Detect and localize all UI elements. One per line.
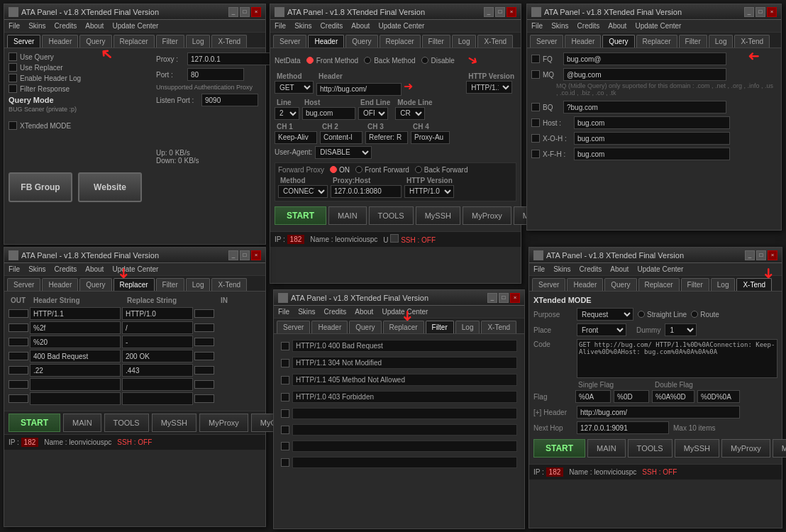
replacer-replace-4[interactable] xyxy=(122,364,193,377)
radio-route[interactable] xyxy=(691,311,698,318)
header-input[interactable] xyxy=(316,83,402,96)
chk-r-out-1[interactable] xyxy=(9,323,28,332)
tab-replacer-2[interactable]: Replacer xyxy=(380,35,421,48)
code-textarea[interactable]: GET http://bug.com/ HTTP/1.1%0D%0AConnec… xyxy=(577,339,777,378)
listen-input[interactable] xyxy=(201,94,258,106)
place-select[interactable]: Front xyxy=(577,323,626,336)
tab-server-4[interactable]: Server xyxy=(7,278,40,291)
radio-straight[interactable] xyxy=(638,311,645,318)
chk-xfh[interactable] xyxy=(531,150,540,158)
chk-bq[interactable] xyxy=(531,103,540,111)
menu-file-2[interactable]: File xyxy=(273,22,287,30)
replacer-header-1[interactable] xyxy=(30,321,121,334)
chk-filter-3[interactable] xyxy=(281,393,289,401)
tab-xtend-4[interactable]: X-Tend xyxy=(211,278,247,291)
menu-update-2[interactable]: Update Center xyxy=(377,22,426,30)
close-btn-2[interactable]: × xyxy=(507,7,516,17)
tab-xtend-5[interactable]: X-Tend xyxy=(481,321,516,333)
chk-filter-1[interactable] xyxy=(281,359,289,367)
chk-filter-0[interactable] xyxy=(281,342,289,350)
chk-use-replacer[interactable] xyxy=(9,63,17,72)
radio-fp-back[interactable] xyxy=(415,166,422,173)
chk-use-query[interactable] xyxy=(9,52,17,61)
xoh-input[interactable] xyxy=(574,132,730,145)
minimize-btn-6[interactable]: _ xyxy=(745,250,755,260)
myssh-btn-6[interactable]: MySSH xyxy=(675,439,719,458)
chk-r-out-5[interactable] xyxy=(9,380,28,389)
menu-file-3[interactable]: File xyxy=(530,22,544,30)
replacer-replace-5[interactable] xyxy=(122,378,193,391)
menu-update-3[interactable]: Update Center xyxy=(633,22,682,30)
tab-xtend-2[interactable]: X-Tend xyxy=(477,35,513,48)
myssh-btn-4[interactable]: MySSH xyxy=(152,414,196,432)
chk-r-in-5[interactable] xyxy=(194,380,214,389)
menu-about-5[interactable]: About xyxy=(353,308,375,316)
menu-credits-2[interactable]: Credits xyxy=(319,22,345,30)
tab-xtend-1[interactable]: X-Tend xyxy=(211,35,247,48)
tab-query-2[interactable]: Query xyxy=(345,35,377,48)
menu-credits-6[interactable]: Credits xyxy=(578,265,604,273)
menu-skins-4[interactable]: Skins xyxy=(27,265,47,273)
chk-r-out-6[interactable] xyxy=(9,394,28,403)
chk-filter-e1[interactable] xyxy=(281,409,289,418)
replacer-header-5[interactable] xyxy=(30,378,121,391)
tab-header-1[interactable]: Header xyxy=(42,35,78,48)
start-btn-4[interactable]: START xyxy=(9,414,60,432)
tab-query-6[interactable]: Query xyxy=(604,278,636,291)
ch3-input[interactable] xyxy=(365,131,408,144)
replacer-header-6[interactable] xyxy=(30,392,121,405)
radio-disable[interactable] xyxy=(421,57,428,64)
replacer-header-0[interactable] xyxy=(30,307,121,320)
ch4-input[interactable] xyxy=(411,131,450,144)
endline-select[interactable]: OFF xyxy=(358,107,388,120)
minimize-btn-1[interactable]: _ xyxy=(228,7,238,17)
menu-skins-6[interactable]: Skins xyxy=(552,265,572,273)
menu-file-6[interactable]: File xyxy=(532,265,546,273)
tab-replacer-3[interactable]: Replacer xyxy=(636,35,677,48)
chk-r-out-3[interactable] xyxy=(9,352,28,360)
myproxy-btn-2[interactable]: MyProxy xyxy=(463,206,511,225)
purpose-select[interactable]: Request xyxy=(577,308,633,321)
menu-file-1[interactable]: File xyxy=(7,22,21,30)
myc-btn-6[interactable]: MyC xyxy=(773,439,786,458)
radio-front[interactable] xyxy=(306,57,314,64)
main-btn-6[interactable]: MAIN xyxy=(587,439,626,458)
flag-0a0d-input[interactable] xyxy=(652,390,694,403)
port-input[interactable] xyxy=(187,68,244,81)
tab-xtend-6[interactable]: X-Tend xyxy=(736,278,772,291)
tab-server-3[interactable]: Server xyxy=(530,35,563,48)
menu-update-1[interactable]: Update Center xyxy=(111,22,160,30)
chk-r-out-4[interactable] xyxy=(9,366,28,375)
flag-0a-input[interactable] xyxy=(575,390,611,403)
filter-input-e2[interactable] xyxy=(292,424,517,436)
tools-btn-2[interactable]: TOOLS xyxy=(369,206,414,225)
start-btn-6[interactable]: START xyxy=(533,439,585,458)
tab-filter-5[interactable]: Filter xyxy=(426,321,454,333)
chk-fq[interactable] xyxy=(531,55,540,63)
menu-credits-3[interactable]: Credits xyxy=(576,22,602,30)
chk-host[interactable] xyxy=(531,118,540,127)
menu-about-3[interactable]: About xyxy=(607,22,628,30)
replacer-replace-6[interactable] xyxy=(122,392,193,405)
close-btn-1[interactable]: × xyxy=(251,7,261,17)
replacer-replace-0[interactable] xyxy=(122,307,193,320)
radio-fp-on[interactable] xyxy=(330,166,337,173)
maximize-btn-5[interactable]: □ xyxy=(499,293,509,303)
dummy-select[interactable]: 1 xyxy=(665,323,697,336)
myssh-btn-2[interactable]: MySSH xyxy=(416,206,460,225)
ch2-input[interactable] xyxy=(320,131,362,144)
tab-server-1[interactable]: Server xyxy=(7,35,40,48)
fp-method-select[interactable]: CONNECT xyxy=(278,185,328,198)
chk-filter-e4[interactable] xyxy=(281,458,289,467)
menu-about-1[interactable]: About xyxy=(84,22,105,30)
chk-mq[interactable] xyxy=(531,70,540,79)
maximize-btn-3[interactable]: □ xyxy=(755,7,765,17)
nexthop-input[interactable] xyxy=(577,421,669,434)
chk-filter-2[interactable] xyxy=(281,376,289,384)
httpversion-select[interactable]: HTTP/1.1 xyxy=(466,81,512,94)
modeline-select[interactable]: CR xyxy=(395,107,425,120)
host-q-input[interactable] xyxy=(574,116,730,129)
menu-credits-5[interactable]: Credits xyxy=(323,308,348,316)
tab-filter-1[interactable]: Filter xyxy=(156,35,184,48)
menu-skins-5[interactable]: Skins xyxy=(297,308,316,316)
